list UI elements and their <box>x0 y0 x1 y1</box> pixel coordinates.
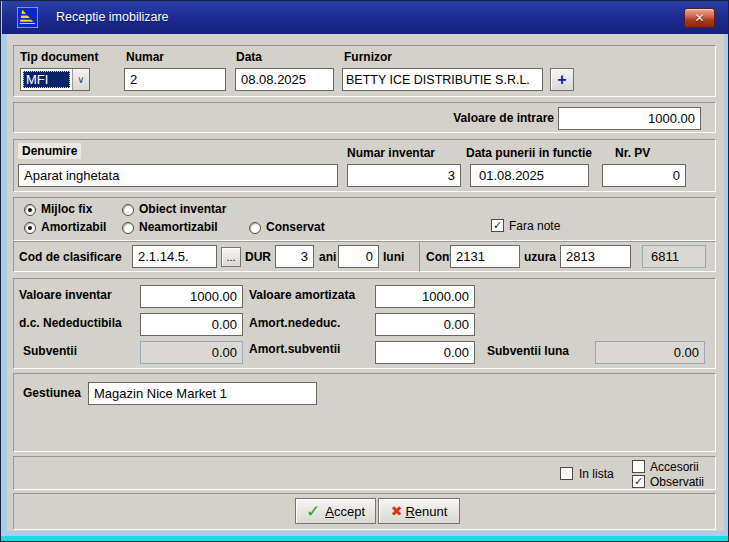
amort-subventii-label: Amort.subventii <box>249 342 340 356</box>
check-icon: ✓ <box>634 476 643 487</box>
radio-amortizabil[interactable] <box>24 222 36 234</box>
accept-button[interactable]: ✓ A ccept <box>295 498 376 524</box>
valoare-amortizata-label: Valoare amortizata <box>249 288 355 302</box>
gestiunea-label: Gestiunea <box>23 386 81 400</box>
subventii-luna-field: 0.00 <box>595 341 705 364</box>
tip-document-select[interactable]: MFI ∨ <box>20 68 90 91</box>
valoare-intrare-label: Valoare de intrare <box>414 111 554 125</box>
add-furnizor-button[interactable]: + <box>550 68 574 91</box>
checkbox-accesorii[interactable] <box>632 460 645 473</box>
titlebar: Receptie imobilizare ✕ <box>2 1 729 34</box>
amort-subventii-input[interactable]: 0.00 <box>375 341 475 364</box>
identificare-panel: Denumire Numar inventar Data punerii in … <box>13 139 716 192</box>
window-title: Receptie imobilizare <box>56 10 169 24</box>
checkbox-fara-note[interactable]: ✓ <box>491 219 504 232</box>
nr-pv-label: Nr. PV <box>615 146 650 160</box>
subventii-label: Subventii <box>23 344 77 358</box>
accesorii-label: Accesorii <box>650 460 699 474</box>
check-icon: ✓ <box>493 220 502 231</box>
nedeductibila-label: d.c. Nedeductibila <box>19 316 122 330</box>
renunt-x-icon: ✖ <box>391 504 403 518</box>
app-icon <box>17 7 38 28</box>
amort-nededuc-label: Amort.nededuc. <box>249 316 340 330</box>
cod-clasificare-input[interactable]: 2.1.14.5. <box>132 245 217 268</box>
close-icon: ✕ <box>694 11 704 25</box>
intrare-panel: Valoare de intrare 1000.00 <box>13 102 716 133</box>
denumire-label: Denumire <box>18 143 81 159</box>
denumire-input[interactable]: Aparat inghetata <box>18 164 338 187</box>
valoare-amortizata-input[interactable]: 1000.00 <box>375 285 475 308</box>
valoare-inventar-input[interactable]: 1000.00 <box>140 285 243 308</box>
neamortizabil-label: Neamortizabil <box>139 220 218 234</box>
cod-clasificare-label: Cod de clasificare <box>19 250 122 264</box>
close-button[interactable]: ✕ <box>684 8 715 28</box>
radio-conservat[interactable] <box>249 222 261 234</box>
numar-input[interactable]: 2 <box>124 68 226 91</box>
in-lista-label: In lista <box>579 467 614 481</box>
uzura-input[interactable]: 2813 <box>560 245 631 268</box>
document-panel: Tip document Numar Data Furnizor MFI ∨ 2… <box>13 45 716 97</box>
tip-document-selected-value: MFI <box>23 71 70 88</box>
clasificare-panel: Cod de clasificare 2.1.14.5. ... DUR 3 a… <box>13 241 422 272</box>
ellipsis-icon: ... <box>226 251 235 263</box>
valoare-inventar-label: Valoare inventar <box>19 288 112 302</box>
fara-note-label: Fara note <box>509 219 560 233</box>
dialog-client-area: Tip document Numar Data Furnizor MFI ∨ 2… <box>7 34 724 531</box>
dur-label: DUR <box>245 250 271 264</box>
amort-nededuc-input[interactable]: 0.00 <box>375 313 475 336</box>
data-label: Data <box>236 50 262 64</box>
gestiune-panel: Gestiunea Magazin Nice Market 1 <box>13 373 716 452</box>
checkbox-observatii[interactable]: ✓ <box>632 475 645 488</box>
checkbox-in-lista[interactable] <box>560 467 573 480</box>
clasa-panel: Mijloc fix Obiect inventar Amortizabil N… <box>13 197 716 241</box>
mijloc-fix-label: Mijloc fix <box>41 202 92 216</box>
furnizor-input[interactable]: BETTY ICE DISTRIBUTIE S.R.L. <box>342 68 543 91</box>
bottom-strip <box>1 536 729 541</box>
observatii-label: Observatii <box>650 475 704 489</box>
conturi-panel: Cont 2131 uzura 2813 6811 <box>419 241 716 272</box>
obiect-inventar-label: Obiect inventar <box>139 202 226 216</box>
accept-check-icon: ✓ <box>306 503 320 520</box>
gestiunea-input[interactable]: Magazin Nice Market 1 <box>88 382 317 405</box>
luni-label: luni <box>383 250 404 264</box>
numar-inventar-label: Numar inventar <box>347 146 435 160</box>
radio-obiect-inventar[interactable] <box>122 204 134 216</box>
options-panel: In lista Accesorii ✓ Observatii <box>13 456 716 490</box>
radio-neamortizabil[interactable] <box>122 222 134 234</box>
numar-label: Numar <box>126 50 164 64</box>
valoare-intrare-input[interactable]: 1000.00 <box>558 107 701 130</box>
subventii-field: 0.00 <box>140 341 243 364</box>
nr-pv-input[interactable]: 0 <box>602 164 686 187</box>
dur-luni-input[interactable]: 0 <box>338 245 379 268</box>
chevron-down-icon[interactable]: ∨ <box>72 69 89 90</box>
tip-document-label: Tip document <box>20 50 98 64</box>
renunt-label-key: R <box>405 504 414 519</box>
data-punerii-label: Data punerii in functie <box>466 146 592 160</box>
valori-panel: Valoare inventar 1000.00 Valoare amortiz… <box>13 278 716 369</box>
dialog-window: Receptie imobilizare ✕ Tip document Numa… <box>0 0 729 542</box>
conservat-label: Conservat <box>266 220 325 234</box>
renunt-button[interactable]: ✖ R enunt <box>378 498 460 524</box>
cont-input[interactable]: 2131 <box>450 245 520 268</box>
plus-icon: + <box>557 72 566 88</box>
furnizor-label: Furnizor <box>344 50 392 64</box>
dur-ani-input[interactable]: 3 <box>275 245 314 268</box>
accept-label-rest: ccept <box>334 504 365 519</box>
cheltuieli-field: 6811 <box>642 245 706 268</box>
numar-inventar-input[interactable]: 3 <box>347 164 461 187</box>
data-punerii-input[interactable]: 01.08.2025 <box>470 164 589 187</box>
subventii-luna-label: Subventii luna <box>487 344 569 358</box>
browse-cod-button[interactable]: ... <box>221 247 241 267</box>
ani-label: ani <box>319 250 336 264</box>
data-input[interactable]: 08.08.2025 <box>235 68 334 91</box>
uzura-label: uzura <box>524 250 556 264</box>
radio-mijloc-fix[interactable] <box>24 204 36 216</box>
nedeductibila-input[interactable]: 0.00 <box>140 313 243 336</box>
amortizabil-label: Amortizabil <box>41 220 106 234</box>
renunt-label-rest: enunt <box>415 504 448 519</box>
accept-label-key: A <box>325 504 334 519</box>
actions-panel: ✓ A ccept ✖ R enunt <box>13 493 716 530</box>
